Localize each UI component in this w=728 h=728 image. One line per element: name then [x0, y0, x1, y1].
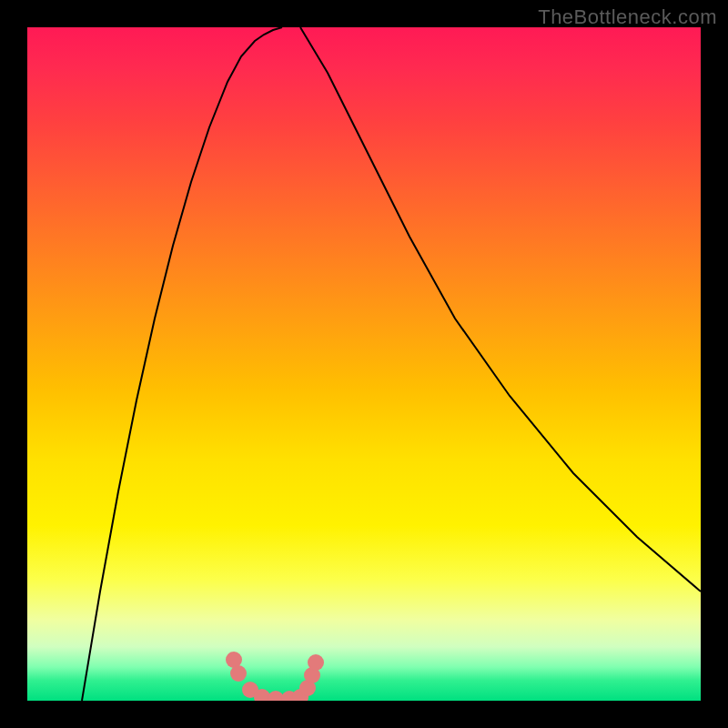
data-marker	[308, 654, 324, 671]
data-marker	[230, 665, 247, 682]
curve-left	[82, 27, 282, 701]
curve-right	[300, 27, 701, 592]
chart-svg	[27, 27, 701, 701]
watermark-text: TheBottleneck.com	[538, 5, 717, 29]
plot-area	[27, 27, 701, 701]
marker-group	[226, 652, 324, 701]
